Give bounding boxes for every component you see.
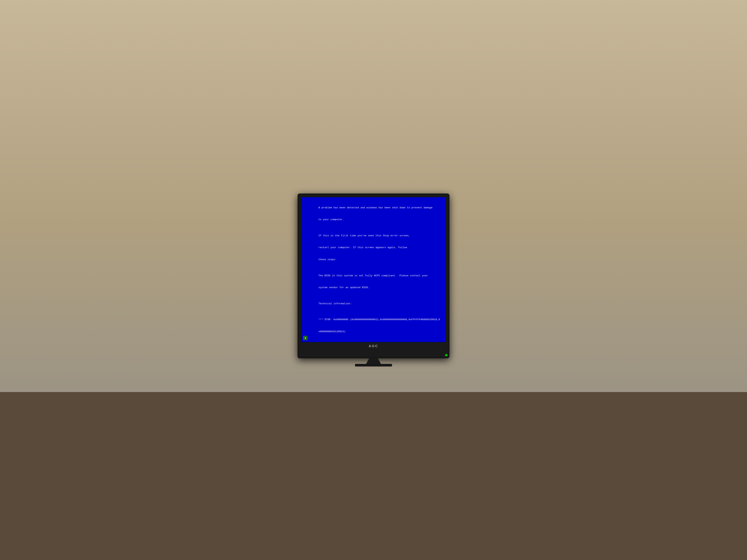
desk-surface xyxy=(0,392,747,560)
bsod-line-8: The BIOS in this system is not fully ACP… xyxy=(318,274,428,277)
bsod-line-5: restart your computer. If this screen ap… xyxy=(318,246,407,249)
energy-star-icon: ★ xyxy=(305,337,306,339)
bsod-line-11: Technical information: xyxy=(318,302,352,305)
bsod-line-4: If this is the first time you've seen th… xyxy=(318,234,410,237)
energy-star-badge: ★ xyxy=(303,336,308,340)
bsod-line-9: system vendor for an updated BIOS. xyxy=(318,286,369,289)
bsod-line-2: to your computer. xyxy=(318,218,344,221)
bsod-line-14: x0000000020120913) xyxy=(318,330,345,333)
bsod-line-13: *** STOP: 0x000000A5 (0x0000000000000011… xyxy=(318,318,440,321)
monitor-bezel-bottom: AOC xyxy=(301,342,446,349)
bsod-line-1: A problem has been detected and windows … xyxy=(318,206,433,209)
bsod-line-6: these steps: xyxy=(318,258,336,261)
scene-wrapper: A problem has been detected and windows … xyxy=(298,193,449,367)
power-led-indicator xyxy=(445,354,447,356)
monitor-stand xyxy=(366,358,381,364)
monitor-brand-label: AOC xyxy=(369,344,378,348)
monitor-screen: A problem has been detected and windows … xyxy=(301,197,446,342)
monitor-outer-casing: A problem has been detected and windows … xyxy=(298,193,449,358)
monitor-base xyxy=(355,364,392,367)
bsod-content: A problem has been detected and windows … xyxy=(306,202,441,338)
